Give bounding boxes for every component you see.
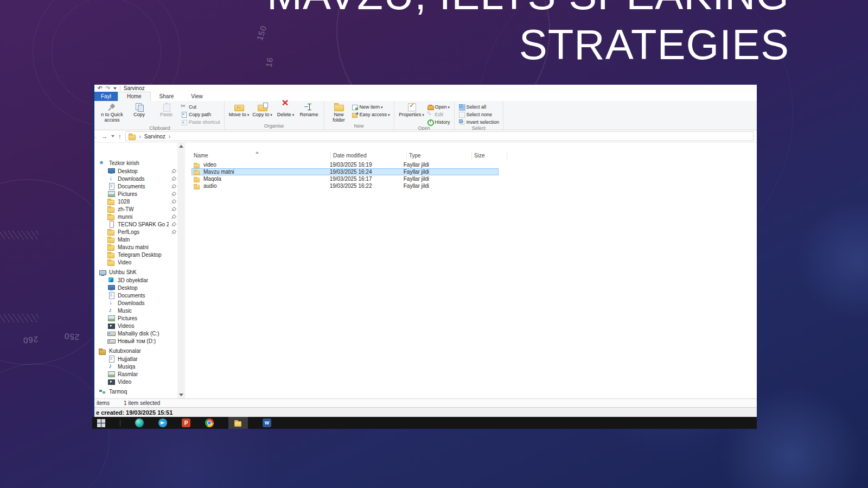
sidebar-item-desktop[interactable]: Desktop — [94, 167, 185, 175]
open-button[interactable]: Open — [427, 104, 450, 110]
tab-file[interactable]: Fayl — [94, 92, 118, 101]
select-none-button[interactable]: Select none — [458, 111, 500, 117]
recent-locations-icon[interactable] — [111, 135, 114, 137]
select-all-button[interactable]: Select all — [458, 104, 500, 110]
qat-dropdown-icon[interactable] — [113, 87, 117, 90]
copy-button[interactable]: Copy — [126, 102, 152, 118]
telegram-icon[interactable] — [158, 419, 167, 427]
breadcrumb-sarvinoz[interactable]: Sarvinoz — [144, 134, 165, 140]
column-type[interactable]: Type — [407, 152, 472, 160]
sidebar-item-1028[interactable]: 1028 — [94, 198, 185, 205]
sidebar-item-downloads[interactable]: Downloads — [94, 299, 185, 307]
app-teal-icon[interactable] — [135, 419, 144, 427]
sidebar-item-music[interactable]: Music — [94, 307, 185, 314]
sidebar-item-mavzu-matni[interactable]: Mavzu matni — [94, 243, 185, 251]
address-bar: › Sarvinoz › — [94, 130, 757, 143]
sidebar-item-tecno-spark-go-202[interactable]: TECNO SPARK Go 202 — [94, 220, 185, 228]
invert-selection-button[interactable]: Invert selection — [458, 119, 500, 125]
sidebar-section-tezkor-kirish[interactable]: Tezkor kirish — [94, 159, 185, 167]
file-explorer-icon[interactable] — [228, 417, 248, 429]
slide-title: MAVZU, IELTS SPEAKING STRATEGIES — [267, 0, 789, 69]
folder-icon — [194, 176, 200, 181]
pin-to-quick-access-button[interactable]: n to Quick access — [99, 102, 125, 123]
sidebar-item-3d-obyektlar[interactable]: 3D obyektlar — [94, 276, 185, 284]
move-to-icon — [234, 103, 245, 112]
sidebar-section-tarmoq[interactable]: Tarmoq — [94, 388, 185, 396]
scroll-up-icon[interactable] — [179, 145, 183, 148]
rename-button[interactable]: Rename — [298, 102, 320, 118]
file-row-video[interactable]: video19/03/2025 16:19Fayllar jildi — [192, 161, 499, 168]
chrome-icon[interactable] — [205, 419, 214, 427]
pin-icon — [171, 230, 176, 235]
doc-icon — [107, 292, 115, 299]
sidebar-item-telegram-desktop[interactable]: Telegram Desktop — [94, 251, 185, 258]
sidebar-item-munni[interactable]: munni — [94, 213, 185, 220]
move-to-button[interactable]: Move to — [228, 102, 250, 118]
start-button[interactable] — [97, 419, 105, 427]
sidebar-item-documents[interactable]: Documents — [94, 291, 185, 299]
column-name[interactable]: Name — [192, 152, 331, 160]
sidebar-section-ushbu-shk[interactable]: Ushbu ShK — [94, 268, 185, 276]
sidebar-item-mahalliy-disk-c[interactable]: Mahalliy disk (C:) — [94, 329, 185, 337]
copy-to-button[interactable]: Copy to — [252, 102, 273, 118]
back-icon[interactable] — [94, 134, 98, 140]
cut-button[interactable]: Cut — [181, 104, 220, 110]
sidebar-item-video[interactable]: Video — [94, 378, 185, 385]
sidebar-item-downloads[interactable]: Downloads — [94, 175, 185, 182]
sidebar-item-video[interactable]: Video — [94, 258, 185, 266]
sidebar-item-videos[interactable]: Videos — [94, 322, 185, 329]
new-item-button[interactable]: New item — [352, 104, 390, 110]
taskbar-separator — [120, 420, 120, 426]
file-row-audio[interactable]: audio19/03/2025 16:22Fayllar jildi — [192, 182, 499, 189]
star-icon — [99, 160, 106, 167]
address-field[interactable]: › Sarvinoz › — [125, 131, 754, 141]
redo-icon[interactable] — [105, 86, 110, 91]
powerpoint-icon[interactable] — [182, 419, 190, 427]
copy-path-button[interactable]: Copy path — [181, 111, 220, 117]
sidebar-item-zh-tw[interactable]: zh-TW — [94, 205, 185, 213]
pic-icon — [107, 371, 115, 377]
open-icon — [427, 104, 433, 110]
sidebar-section-kutubxonalar[interactable]: Kutubxonalar — [94, 347, 185, 355]
column-date-modified[interactable]: Date modified — [331, 152, 407, 160]
sidebar-item-hujjatlar[interactable]: Hujjatlar — [94, 355, 185, 363]
forward-icon[interactable] — [101, 134, 107, 140]
easy-access-button[interactable]: Easy access — [352, 111, 390, 117]
edit-button[interactable]: Edit — [427, 111, 450, 117]
word-icon[interactable] — [263, 419, 271, 427]
new-folder-button[interactable]: New folder — [328, 102, 350, 123]
sidebar-item-desktop[interactable]: Desktop — [94, 284, 185, 291]
sidebar-item-rasmlar[interactable]: Rasmlar — [94, 370, 185, 378]
sidebar-item-documents[interactable]: Documents — [94, 182, 185, 190]
sidebar-item-musiqa[interactable]: Musiqa — [94, 363, 185, 370]
new-folder-icon — [334, 103, 344, 112]
paste-shortcut-icon — [181, 119, 187, 125]
explorer-main: Tezkor kirishDesktopDownloadsDocumentsPi… — [94, 143, 757, 398]
tab-share[interactable]: Share — [151, 92, 183, 101]
paste-shortcut-button[interactable]: Paste shortcut — [181, 119, 220, 125]
sidebar-item-matn[interactable]: Matn — [94, 236, 185, 243]
down-icon — [107, 300, 115, 306]
delete-button[interactable]: Delete — [275, 102, 297, 118]
undo-icon[interactable] — [98, 86, 102, 91]
sidebar-item-pictures[interactable]: Pictures — [94, 314, 185, 322]
file-row-maqola[interactable]: Maqola19/03/2025 16:17Fayllar jildi — [192, 175, 499, 182]
column-size[interactable]: Size — [472, 152, 507, 160]
sidebar-section-linux[interactable]: Linux — [94, 398, 185, 398]
file-row-mavzu-matni[interactable]: Mavzu matni19/03/2025 16:24Fayllar jildi — [192, 168, 499, 175]
sidebar-scrollbar[interactable] — [177, 143, 185, 398]
scroll-down-icon[interactable] — [179, 394, 183, 396]
folder-icon — [194, 162, 200, 167]
sidebar-item-pictures[interactable]: Pictures — [94, 190, 185, 198]
tab-home[interactable]: Home — [118, 92, 151, 101]
copy-path-icon — [181, 111, 187, 118]
paste-button[interactable]: Paste — [154, 102, 179, 118]
up-icon[interactable] — [118, 134, 122, 140]
properties-button[interactable]: Properties — [398, 102, 425, 118]
decorative-number: 250 — [63, 332, 79, 342]
created-tooltip: e created: 19/03/2025 15:51 — [94, 407, 757, 417]
sidebar-item-perflogs[interactable]: PerfLogs — [94, 228, 185, 236]
sidebar-item-d[interactable]: Новый том (D:) — [94, 337, 185, 345]
tab-view[interactable]: View — [182, 92, 212, 101]
history-button[interactable]: History — [427, 119, 450, 125]
